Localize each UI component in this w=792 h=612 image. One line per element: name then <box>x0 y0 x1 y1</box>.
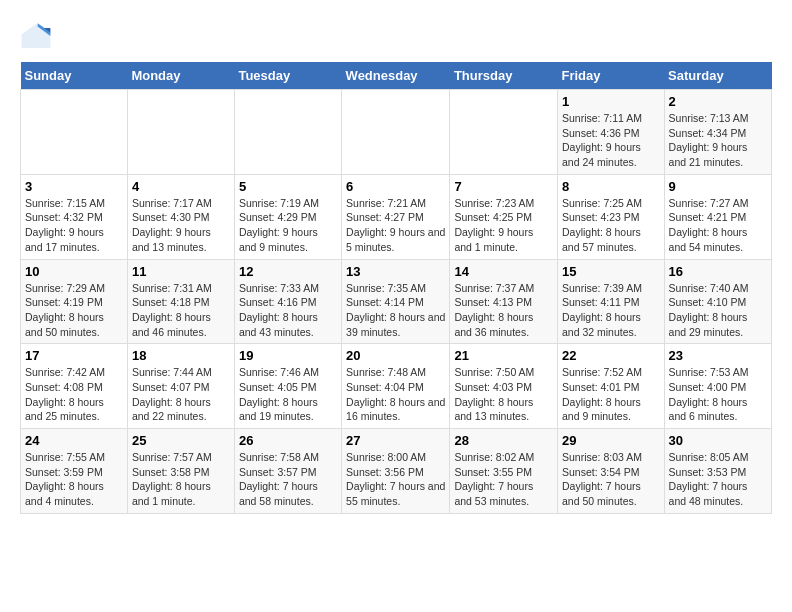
calendar-cell: 20Sunrise: 7:48 AM Sunset: 4:04 PM Dayli… <box>342 344 450 429</box>
day-info: Sunrise: 7:42 AM Sunset: 4:08 PM Dayligh… <box>25 365 123 424</box>
calendar-week-row: 24Sunrise: 7:55 AM Sunset: 3:59 PM Dayli… <box>21 429 772 514</box>
calendar-cell: 18Sunrise: 7:44 AM Sunset: 4:07 PM Dayli… <box>127 344 234 429</box>
weekday-header: Friday <box>557 62 664 90</box>
day-info: Sunrise: 7:48 AM Sunset: 4:04 PM Dayligh… <box>346 365 445 424</box>
weekday-header: Wednesday <box>342 62 450 90</box>
day-info: Sunrise: 8:02 AM Sunset: 3:55 PM Dayligh… <box>454 450 553 509</box>
day-info: Sunrise: 7:55 AM Sunset: 3:59 PM Dayligh… <box>25 450 123 509</box>
day-number: 15 <box>562 264 660 279</box>
day-info: Sunrise: 8:00 AM Sunset: 3:56 PM Dayligh… <box>346 450 445 509</box>
day-number: 18 <box>132 348 230 363</box>
calendar-week-row: 3Sunrise: 7:15 AM Sunset: 4:32 PM Daylig… <box>21 174 772 259</box>
day-number: 29 <box>562 433 660 448</box>
day-number: 3 <box>25 179 123 194</box>
day-number: 2 <box>669 94 767 109</box>
calendar-cell: 21Sunrise: 7:50 AM Sunset: 4:03 PM Dayli… <box>450 344 558 429</box>
calendar-cell: 19Sunrise: 7:46 AM Sunset: 4:05 PM Dayli… <box>234 344 341 429</box>
calendar-cell: 23Sunrise: 7:53 AM Sunset: 4:00 PM Dayli… <box>664 344 771 429</box>
calendar-week-row: 10Sunrise: 7:29 AM Sunset: 4:19 PM Dayli… <box>21 259 772 344</box>
calendar-cell: 6Sunrise: 7:21 AM Sunset: 4:27 PM Daylig… <box>342 174 450 259</box>
day-info: Sunrise: 7:44 AM Sunset: 4:07 PM Dayligh… <box>132 365 230 424</box>
day-number: 12 <box>239 264 337 279</box>
day-info: Sunrise: 7:13 AM Sunset: 4:34 PM Dayligh… <box>669 111 767 170</box>
day-number: 27 <box>346 433 445 448</box>
day-number: 20 <box>346 348 445 363</box>
day-info: Sunrise: 7:17 AM Sunset: 4:30 PM Dayligh… <box>132 196 230 255</box>
calendar-cell: 2Sunrise: 7:13 AM Sunset: 4:34 PM Daylig… <box>664 90 771 175</box>
calendar-cell: 5Sunrise: 7:19 AM Sunset: 4:29 PM Daylig… <box>234 174 341 259</box>
day-number: 25 <box>132 433 230 448</box>
day-info: Sunrise: 7:25 AM Sunset: 4:23 PM Dayligh… <box>562 196 660 255</box>
day-info: Sunrise: 7:29 AM Sunset: 4:19 PM Dayligh… <box>25 281 123 340</box>
weekday-header: Tuesday <box>234 62 341 90</box>
day-number: 5 <box>239 179 337 194</box>
day-number: 8 <box>562 179 660 194</box>
logo-icon <box>20 20 52 52</box>
day-number: 21 <box>454 348 553 363</box>
calendar-week-row: 17Sunrise: 7:42 AM Sunset: 4:08 PM Dayli… <box>21 344 772 429</box>
day-number: 11 <box>132 264 230 279</box>
day-number: 7 <box>454 179 553 194</box>
calendar-body: 1Sunrise: 7:11 AM Sunset: 4:36 PM Daylig… <box>21 90 772 514</box>
calendar-cell: 14Sunrise: 7:37 AM Sunset: 4:13 PM Dayli… <box>450 259 558 344</box>
calendar-cell: 29Sunrise: 8:03 AM Sunset: 3:54 PM Dayli… <box>557 429 664 514</box>
calendar-table: SundayMondayTuesdayWednesdayThursdayFrid… <box>20 62 772 514</box>
page-header <box>20 20 772 52</box>
day-info: Sunrise: 7:31 AM Sunset: 4:18 PM Dayligh… <box>132 281 230 340</box>
calendar-cell: 4Sunrise: 7:17 AM Sunset: 4:30 PM Daylig… <box>127 174 234 259</box>
day-number: 4 <box>132 179 230 194</box>
calendar-cell: 17Sunrise: 7:42 AM Sunset: 4:08 PM Dayli… <box>21 344 128 429</box>
day-number: 9 <box>669 179 767 194</box>
calendar-cell <box>127 90 234 175</box>
weekday-header-row: SundayMondayTuesdayWednesdayThursdayFrid… <box>21 62 772 90</box>
calendar-cell <box>342 90 450 175</box>
day-info: Sunrise: 7:46 AM Sunset: 4:05 PM Dayligh… <box>239 365 337 424</box>
day-number: 22 <box>562 348 660 363</box>
day-number: 14 <box>454 264 553 279</box>
day-number: 26 <box>239 433 337 448</box>
day-number: 24 <box>25 433 123 448</box>
calendar-cell: 27Sunrise: 8:00 AM Sunset: 3:56 PM Dayli… <box>342 429 450 514</box>
day-info: Sunrise: 7:33 AM Sunset: 4:16 PM Dayligh… <box>239 281 337 340</box>
weekday-header: Sunday <box>21 62 128 90</box>
day-info: Sunrise: 7:53 AM Sunset: 4:00 PM Dayligh… <box>669 365 767 424</box>
day-info: Sunrise: 7:19 AM Sunset: 4:29 PM Dayligh… <box>239 196 337 255</box>
calendar-cell <box>234 90 341 175</box>
calendar-cell: 16Sunrise: 7:40 AM Sunset: 4:10 PM Dayli… <box>664 259 771 344</box>
day-info: Sunrise: 7:52 AM Sunset: 4:01 PM Dayligh… <box>562 365 660 424</box>
calendar-cell: 22Sunrise: 7:52 AM Sunset: 4:01 PM Dayli… <box>557 344 664 429</box>
calendar-header: SundayMondayTuesdayWednesdayThursdayFrid… <box>21 62 772 90</box>
day-number: 17 <box>25 348 123 363</box>
day-number: 10 <box>25 264 123 279</box>
day-number: 1 <box>562 94 660 109</box>
day-number: 19 <box>239 348 337 363</box>
calendar-cell: 11Sunrise: 7:31 AM Sunset: 4:18 PM Dayli… <box>127 259 234 344</box>
calendar-cell: 24Sunrise: 7:55 AM Sunset: 3:59 PM Dayli… <box>21 429 128 514</box>
calendar-cell: 10Sunrise: 7:29 AM Sunset: 4:19 PM Dayli… <box>21 259 128 344</box>
calendar-cell: 30Sunrise: 8:05 AM Sunset: 3:53 PM Dayli… <box>664 429 771 514</box>
weekday-header: Monday <box>127 62 234 90</box>
calendar-cell: 25Sunrise: 7:57 AM Sunset: 3:58 PM Dayli… <box>127 429 234 514</box>
day-number: 6 <box>346 179 445 194</box>
day-info: Sunrise: 7:23 AM Sunset: 4:25 PM Dayligh… <box>454 196 553 255</box>
calendar-cell: 3Sunrise: 7:15 AM Sunset: 4:32 PM Daylig… <box>21 174 128 259</box>
calendar-cell <box>450 90 558 175</box>
calendar-cell: 28Sunrise: 8:02 AM Sunset: 3:55 PM Dayli… <box>450 429 558 514</box>
day-info: Sunrise: 7:50 AM Sunset: 4:03 PM Dayligh… <box>454 365 553 424</box>
day-info: Sunrise: 7:57 AM Sunset: 3:58 PM Dayligh… <box>132 450 230 509</box>
day-info: Sunrise: 8:05 AM Sunset: 3:53 PM Dayligh… <box>669 450 767 509</box>
day-info: Sunrise: 7:40 AM Sunset: 4:10 PM Dayligh… <box>669 281 767 340</box>
day-info: Sunrise: 7:58 AM Sunset: 3:57 PM Dayligh… <box>239 450 337 509</box>
day-info: Sunrise: 7:37 AM Sunset: 4:13 PM Dayligh… <box>454 281 553 340</box>
calendar-cell <box>21 90 128 175</box>
day-info: Sunrise: 7:15 AM Sunset: 4:32 PM Dayligh… <box>25 196 123 255</box>
day-info: Sunrise: 7:27 AM Sunset: 4:21 PM Dayligh… <box>669 196 767 255</box>
day-info: Sunrise: 8:03 AM Sunset: 3:54 PM Dayligh… <box>562 450 660 509</box>
calendar-cell: 13Sunrise: 7:35 AM Sunset: 4:14 PM Dayli… <box>342 259 450 344</box>
calendar-cell: 1Sunrise: 7:11 AM Sunset: 4:36 PM Daylig… <box>557 90 664 175</box>
weekday-header: Saturday <box>664 62 771 90</box>
day-number: 16 <box>669 264 767 279</box>
weekday-header: Thursday <box>450 62 558 90</box>
calendar-cell: 8Sunrise: 7:25 AM Sunset: 4:23 PM Daylig… <box>557 174 664 259</box>
day-info: Sunrise: 7:35 AM Sunset: 4:14 PM Dayligh… <box>346 281 445 340</box>
